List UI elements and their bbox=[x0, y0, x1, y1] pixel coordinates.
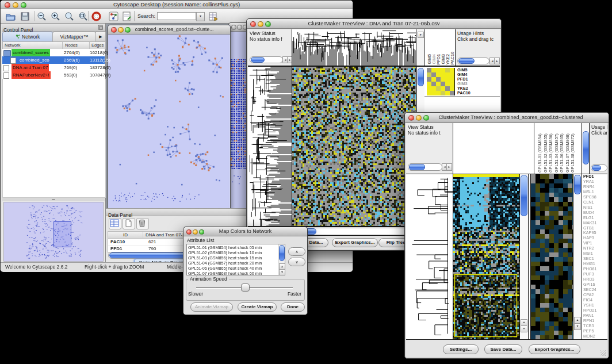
tv2-column-label[interactable]: GPL51-01 (GSM854) bbox=[537, 133, 542, 173]
minimize-icon[interactable] bbox=[13, 2, 18, 8]
gene-label[interactable]: RNR4 bbox=[583, 185, 597, 190]
attribute-item[interactable]: GPL51-03 (GSM856) heat shock 15 min bbox=[188, 255, 278, 260]
gene-label[interactable]: MON2 bbox=[583, 334, 597, 339]
network-canvas[interactable] bbox=[108, 35, 229, 208]
tv2-collabel-vscrollbar[interactable] bbox=[582, 123, 589, 174]
tv2-heatmap-vscrollbar[interactable]: ▴ ▾ bbox=[520, 174, 528, 339]
tv2-column-label[interactable]: GPL51-07 (GSM868) bbox=[565, 133, 570, 173]
scrollbar-thumb[interactable] bbox=[251, 57, 265, 63]
tv2-status-scrollbar[interactable] bbox=[408, 163, 442, 171]
delete-attribute-button[interactable] bbox=[136, 218, 149, 229]
attribute-item[interactable]: GPL51-02 (GSM855) heat shock 10 min bbox=[188, 250, 278, 255]
gene-label[interactable]: PFD1 bbox=[583, 174, 597, 179]
network-list-row[interactable]: DNA and Tran 07769(0)183728(0) bbox=[2, 64, 105, 71]
gene-label[interactable]: MSL1 bbox=[583, 190, 597, 195]
scrollbar-thumb[interactable] bbox=[418, 68, 424, 86]
zoom-selected-icon[interactable] bbox=[78, 11, 89, 22]
zoom-out-icon[interactable] bbox=[36, 11, 47, 22]
network-name[interactable]: combined_sco bbox=[18, 56, 51, 64]
tv2-usage-scrollbar[interactable] bbox=[591, 164, 607, 171]
network-overview-canvas[interactable] bbox=[3, 202, 104, 262]
close-icon[interactable] bbox=[250, 21, 256, 27]
tab-network[interactable]: Network bbox=[2, 32, 53, 42]
gene-label[interactable]: PEP5 bbox=[583, 329, 597, 334]
annotation-icon[interactable] bbox=[121, 11, 132, 22]
zoom-window-icon[interactable] bbox=[423, 115, 429, 121]
gene-label[interactable]: FIG4 bbox=[583, 298, 597, 303]
tv1-status-scrollbar[interactable] bbox=[250, 56, 283, 63]
zoom-fit-icon[interactable] bbox=[64, 11, 75, 22]
scrollbar-thumb[interactable] bbox=[409, 164, 425, 170]
close-icon[interactable] bbox=[111, 27, 117, 33]
network-list-row[interactable]: combined_scores2764(0)16218(0) bbox=[2, 49, 105, 56]
import-network-icon[interactable] bbox=[108, 11, 119, 22]
tv2-column-dendrogram-area[interactable] bbox=[453, 123, 534, 174]
tv1-row-dendrogram-canvas[interactable] bbox=[248, 67, 292, 226]
gene-label[interactable]: GPI16 bbox=[583, 282, 597, 288]
tab-vizmapper[interactable]: VizMapper™ bbox=[52, 32, 96, 42]
search-input[interactable] bbox=[157, 12, 196, 20]
scrollbar-thumb[interactable] bbox=[458, 58, 475, 64]
resize-grip[interactable] bbox=[600, 350, 606, 356]
table-header-id[interactable]: ID bbox=[108, 232, 143, 238]
slider-thumb[interactable] bbox=[241, 283, 250, 292]
gene-label[interactable]: VIP1 bbox=[583, 241, 597, 246]
attribute-item[interactable]: GPL51-01 (GSM854) heat shock 05 min bbox=[188, 245, 278, 250]
gene-label[interactable]: ELG1 bbox=[583, 216, 597, 221]
gene-label[interactable]: KAP95 bbox=[583, 231, 597, 236]
done-button[interactable]: Done bbox=[281, 302, 305, 312]
network-window-titlebar[interactable]: combined_scores_good.txt--cluste... bbox=[108, 25, 230, 35]
zoom-window-icon[interactable] bbox=[21, 2, 26, 8]
create-vizmap-button[interactable]: Create Vizmap bbox=[238, 302, 277, 312]
close-icon[interactable] bbox=[5, 2, 10, 8]
main-titlebar[interactable]: Cytoscape Desktop (Session Name: collins… bbox=[1, 1, 353, 9]
zoom-window-icon[interactable] bbox=[265, 21, 271, 27]
gene-label[interactable]: HMG1 bbox=[583, 262, 597, 267]
tv1-export-graphics-button[interactable]: Export Graphics... bbox=[332, 238, 378, 247]
gene-label[interactable]: PUF3 bbox=[583, 272, 597, 277]
scroll-right-button[interactable]: ▸ bbox=[287, 56, 292, 63]
tv2-column-label[interactable]: GPL51-02 (GSM855) bbox=[543, 133, 548, 173]
attribute-item[interactable]: GPL51-04 (GSM857) heat shock 20 min bbox=[188, 260, 278, 266]
scroll-down-button[interactable]: ▾ bbox=[521, 325, 527, 332]
gene-label[interactable]: CPA2 bbox=[583, 293, 597, 298]
gene-label[interactable]: NIS1 bbox=[583, 205, 597, 210]
tv1-heatmap-canvas[interactable] bbox=[292, 67, 416, 226]
attribute-listbox[interactable]: GPL51-01 (GSM854) heat shock 05 minGPL51… bbox=[186, 244, 285, 275]
scrollbar-thumb[interactable] bbox=[592, 165, 601, 171]
gene-label[interactable]: BUD4 bbox=[583, 210, 597, 216]
close-icon[interactable] bbox=[231, 25, 236, 30]
move-attribute-down-button[interactable]: ∨ bbox=[288, 258, 305, 266]
gene-label[interactable]: YRA1 bbox=[583, 179, 597, 185]
tv1-column-label[interactable]: PAC10 bbox=[450, 52, 455, 64]
zoom-in-icon[interactable] bbox=[50, 11, 61, 22]
network-list-row[interactable]: combined_sco2569(6)13112(15) bbox=[2, 56, 105, 64]
select-attributes-button[interactable] bbox=[109, 218, 121, 229]
scrollbar-thumb[interactable] bbox=[279, 245, 285, 261]
tv2-column-label[interactable]: GPL51-08 (GSM872) bbox=[570, 133, 575, 173]
minimize-icon[interactable] bbox=[258, 21, 263, 27]
minimize-icon[interactable] bbox=[237, 25, 242, 30]
tv1-column-dendrogram-canvas[interactable] bbox=[292, 29, 416, 66]
minimize-icon[interactable] bbox=[416, 115, 422, 121]
scrollbar-thumb[interactable] bbox=[574, 175, 581, 194]
help-lifesaver-icon[interactable] bbox=[91, 11, 102, 22]
gene-label[interactable]: HRD3 bbox=[583, 277, 597, 282]
scroll-down-button[interactable]: ▾ bbox=[574, 323, 581, 330]
gene-label[interactable]: MAK31 bbox=[583, 221, 597, 226]
scrollbar-thumb[interactable] bbox=[521, 175, 527, 216]
gene-label[interactable]: RPO21 bbox=[583, 308, 597, 313]
float-panel-icon[interactable] bbox=[98, 25, 103, 30]
treeview1-titlebar[interactable]: ClusterMaker TreeView : DNA and Tran 07-… bbox=[247, 19, 501, 29]
tv2-export-graphics-button[interactable]: Export Graphics... bbox=[529, 344, 580, 354]
gene-label[interactable]: SEC1 bbox=[583, 256, 597, 262]
minimize-icon[interactable] bbox=[193, 229, 198, 235]
network-name[interactable]: DNA and Tran 07 bbox=[12, 64, 49, 71]
tv2-row-dendrogram-canvas[interactable] bbox=[406, 174, 453, 339]
save-session-icon[interactable] bbox=[20, 11, 30, 22]
search-dropdown-button[interactable]: ▾ bbox=[196, 12, 205, 21]
network-name[interactable]: combined_scores bbox=[12, 49, 50, 56]
treeview2-titlebar[interactable]: ClusterMaker TreeView : combined_scores_… bbox=[405, 113, 609, 123]
gene-label[interactable]: GTB1 bbox=[583, 226, 597, 231]
attribute-item[interactable]: GPL51-06 (GSM865) heat shock 40 min bbox=[188, 266, 278, 271]
